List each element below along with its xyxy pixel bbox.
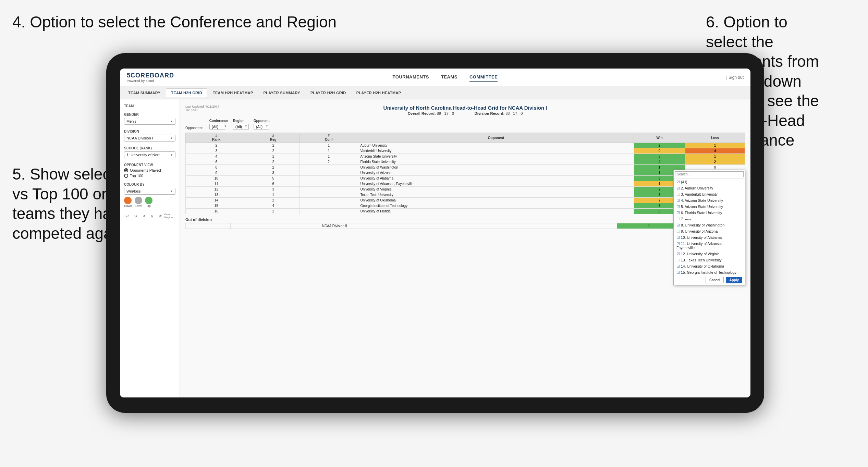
last-updated-time: 16:55:38 [185, 108, 197, 112]
colour-up-label: Up [145, 204, 152, 208]
opponent-filter-label: Opponent [254, 119, 270, 123]
col-reg: #Reg [247, 133, 299, 143]
dropdown-item[interactable]: 13. Texas Tech University [674, 257, 745, 263]
cell-name: University of Arkansas, Fayetteville [358, 181, 634, 187]
region-select-wrap: (All) [233, 123, 249, 130]
dropdown-item[interactable]: 2. Auburn University [674, 185, 745, 191]
cell-name: Arizona State University [358, 154, 634, 159]
cell-name: Georgia Institute of Technology [358, 203, 634, 209]
dropdown-item[interactable]: 4. Arizona State University [674, 197, 745, 204]
division-select[interactable]: NCAA Division I [124, 135, 175, 142]
table-row: 6 2 2 Florida State University 4 2 [186, 159, 745, 165]
gender-select[interactable]: Men's [124, 118, 175, 125]
tab-team-h2h-grid[interactable]: TEAM H2H GRID [166, 88, 207, 97]
dropdown-item[interactable]: 7. ----- [674, 216, 745, 222]
school-select[interactable]: 1. University of Nort... [124, 151, 175, 158]
cell-conf [299, 209, 358, 214]
opponent-select[interactable]: (All) [254, 124, 269, 130]
nav-committee[interactable]: COMMITTEE [469, 73, 498, 82]
out-of-division: Out of division NCAA Division II 1 0 [185, 218, 745, 229]
conference-filter-label: Conference [209, 119, 228, 123]
cell-win: 4 [634, 159, 685, 165]
cell-loss: 1 [685, 154, 745, 159]
cell-rank: 2 [186, 143, 247, 148]
view-btn[interactable]: 👁 [157, 212, 164, 219]
report-header-wrapper: Last Updated: 4/11/2024 16:55:38 Univers… [185, 105, 745, 115]
nav-teams[interactable]: TEAMS [441, 73, 457, 82]
colour-level [135, 197, 142, 204]
dropdown-item[interactable]: 12. University of Virginia [674, 251, 745, 257]
copy-btn[interactable]: ⎘ [149, 212, 156, 219]
dropdown-item[interactable]: 14. University of Oklahoma [674, 263, 745, 269]
dropdown-item[interactable]: 9. University of Arizona [674, 228, 745, 234]
dropdown-item[interactable]: 3. Vanderbilt University [674, 191, 745, 197]
sign-out[interactable]: | Sign out [716, 75, 744, 80]
colour-select[interactable]: Win/loss [124, 188, 175, 195]
redo-btn[interactable]: ↪ [132, 212, 139, 219]
cell-name: University of Washington [358, 165, 634, 170]
table-row: 3 2 1 Vanderbilt University 0 4 [186, 148, 745, 154]
dropdown-item[interactable]: 6. Florida State University [674, 210, 745, 216]
cell-rank: 13 [186, 192, 247, 198]
dropdown-item[interactable]: 5. Arizona State University [674, 204, 745, 210]
opponent-filter-group: Opponent (All) [254, 119, 270, 130]
conference-select[interactable]: (All) [209, 124, 225, 130]
cell-loss: 2 [685, 159, 745, 165]
table-row: 11 6 University of Arkansas, Fayettevill… [186, 181, 745, 187]
report-header: University of North Carolina Head-to-Hea… [185, 105, 745, 115]
tab-player-h2h-grid[interactable]: PLAYER H2H GRID [306, 89, 351, 97]
view-original[interactable]: View: Original [165, 212, 172, 219]
cancel-button[interactable]: Cancel [706, 277, 724, 283]
table-row: NCAA Division II 1 0 [186, 223, 745, 229]
region-select[interactable]: (All) [233, 124, 249, 130]
cell-rank: 10 [186, 176, 247, 181]
colour-up [145, 197, 152, 204]
reset-btn[interactable]: ↺ [140, 212, 147, 219]
dropdown-item[interactable]: 10. University of Alabama [674, 234, 745, 241]
apply-button[interactable]: Apply [726, 277, 742, 283]
top-nav-links: TOURNAMENTS TEAMS COMMITTEE [184, 73, 706, 82]
content-pane: Last Updated: 4/11/2024 16:55:38 Univers… [180, 99, 750, 397]
cell-rank: 3 [186, 148, 247, 154]
table-row: 16 2 University of Florida 5 1 [186, 209, 745, 214]
cell-reg: 2 [247, 198, 299, 203]
col-conf: #Conf [299, 133, 358, 143]
conference-filter-group: Conference (All) [209, 119, 228, 130]
tab-team-h2h-heatmap[interactable]: TEAM H2H HEATMAP [208, 89, 258, 97]
cell-conf [299, 203, 358, 209]
cell-conf [299, 181, 358, 187]
cell-reg: 1 [247, 154, 299, 159]
toolbar-bottom: ↩ ↪ ↺ ⎘ 👁 View: Original [124, 212, 175, 219]
dropdown-item[interactable]: 15. Georgia Institute of Technology [674, 269, 745, 275]
cell-reg: 6 [247, 181, 299, 187]
out-of-div-table: NCAA Division II 1 0 [185, 223, 745, 229]
cell-conf [299, 198, 358, 203]
dropdown-item[interactable]: 11. University of Arkansas, Fayetteville [674, 241, 745, 251]
table-row: 13 1 Texas Tech University 3 0 [186, 192, 745, 198]
tab-player-summary[interactable]: PLAYER SUMMARY [259, 89, 305, 97]
dropdown-search [674, 170, 745, 179]
tab-team-summary[interactable]: TEAM SUMMARY [123, 89, 165, 97]
radio-dot-top100 [124, 174, 128, 178]
radio-opponents-played[interactable]: Opponents Played [124, 168, 175, 172]
region-filter-label: Region [233, 119, 249, 123]
col-opponent: Opponent [358, 133, 634, 143]
cell-conf [299, 176, 358, 181]
tab-player-h2h-heatmap[interactable]: PLAYER H2H HEATMAP [352, 89, 406, 97]
cell-reg: 1 [247, 192, 299, 198]
nav-tournaments[interactable]: TOURNAMENTS [393, 73, 429, 82]
col-win: Win [634, 133, 685, 143]
cell-reg: 2 [247, 209, 299, 214]
opponents-label: Opponents: [185, 126, 203, 130]
dropdown-search-input[interactable] [675, 171, 744, 177]
cell-name: Florida State University [358, 159, 634, 165]
undo-btn[interactable]: ↩ [124, 212, 131, 219]
dropdown-item[interactable]: 8. University of Washington [674, 222, 745, 228]
radio-top100[interactable]: Top 100 [124, 174, 175, 178]
dropdown-item[interactable]: (All) [674, 179, 745, 185]
cell-name: University of Florida [358, 209, 634, 214]
cell-rank: 6 [186, 159, 247, 165]
table-row: 8 2 University of Washington 1 0 [186, 165, 745, 170]
out-of-div-label: Out of division [185, 218, 745, 222]
dropdown-list: (All)2. Auburn University3. Vanderbilt U… [674, 179, 745, 275]
